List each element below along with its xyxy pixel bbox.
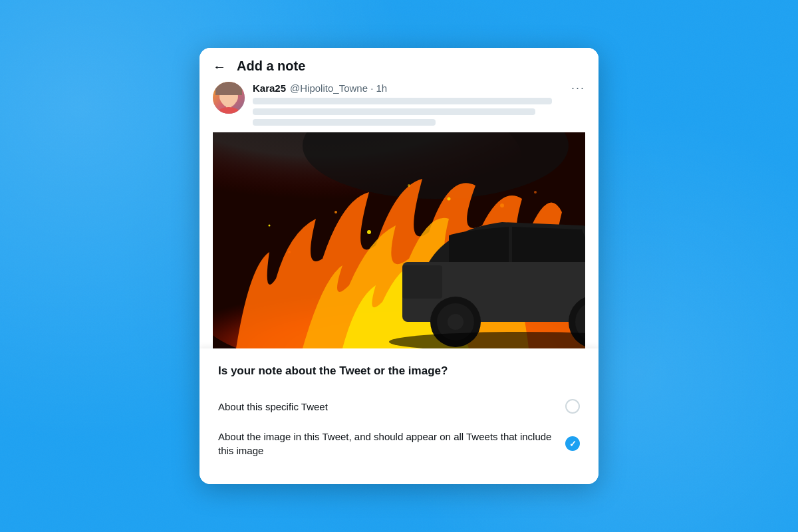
placeholder-line-2 [253, 108, 535, 115]
svg-point-23 [334, 211, 337, 213]
svg-point-4 [230, 95, 233, 98]
option-specific-tweet[interactable]: About this specific Tweet [218, 391, 580, 422]
svg-point-24 [448, 198, 451, 201]
tweet-user-info: Kara25 @Hipolito_Towne · 1h [253, 82, 387, 94]
svg-point-0 [219, 84, 238, 98]
svg-point-6 [218, 107, 239, 114]
avatar [213, 82, 245, 114]
page-title: Add a note [237, 59, 305, 74]
tweet-meta: Kara25 @Hipolito_Towne · 1h ··· [253, 82, 585, 126]
burning-car-background [213, 132, 585, 348]
svg-point-22 [367, 230, 371, 234]
svg-rect-14 [402, 265, 442, 299]
tweet-username: Kara25 [253, 82, 286, 94]
svg-point-27 [500, 203, 504, 207]
tweet-panel: ← Add a note [200, 48, 598, 348]
tweet-text-placeholder [253, 98, 585, 126]
back-arrow-icon: ← [213, 60, 226, 73]
svg-point-2 [220, 83, 237, 94]
option-image-tweet[interactable]: About the image in this Tweet, and shoul… [218, 422, 580, 466]
option-specific-tweet-label: About this specific Tweet [218, 400, 565, 414]
svg-point-26 [408, 184, 410, 187]
svg-point-17 [448, 314, 464, 330]
tweet-header: ← Add a note [213, 59, 585, 74]
tweet-content-area: Kara25 @Hipolito_Towne · 1h ··· [213, 82, 585, 126]
radio-image-tweet[interactable] [565, 436, 580, 451]
radio-specific-tweet[interactable] [565, 399, 580, 414]
svg-point-1 [221, 88, 237, 107]
option-image-tweet-label: About the image in this Tweet, and shoul… [218, 430, 565, 458]
tweet-user-line: Kara25 @Hipolito_Towne · 1h ··· [253, 82, 585, 94]
placeholder-line-1 [253, 98, 552, 104]
options-panel: Is your note about the Tweet or the imag… [200, 348, 598, 484]
svg-point-25 [288, 251, 291, 253]
back-button[interactable]: ← [213, 60, 226, 73]
svg-point-3 [225, 95, 227, 98]
svg-point-8 [231, 98, 237, 101]
tweet-image [213, 132, 585, 348]
placeholder-line-3 [253, 119, 436, 126]
more-options-button[interactable]: ··· [571, 82, 585, 94]
tweet-handle-time: @Hipolito_Towne · 1h [290, 82, 387, 94]
svg-point-29 [534, 191, 537, 194]
question-text: Is your note about the Tweet or the imag… [218, 364, 580, 378]
avatar-image [213, 82, 245, 114]
svg-point-28 [269, 225, 271, 227]
modal-container: ← Add a note [200, 48, 598, 484]
svg-point-7 [221, 98, 226, 101]
